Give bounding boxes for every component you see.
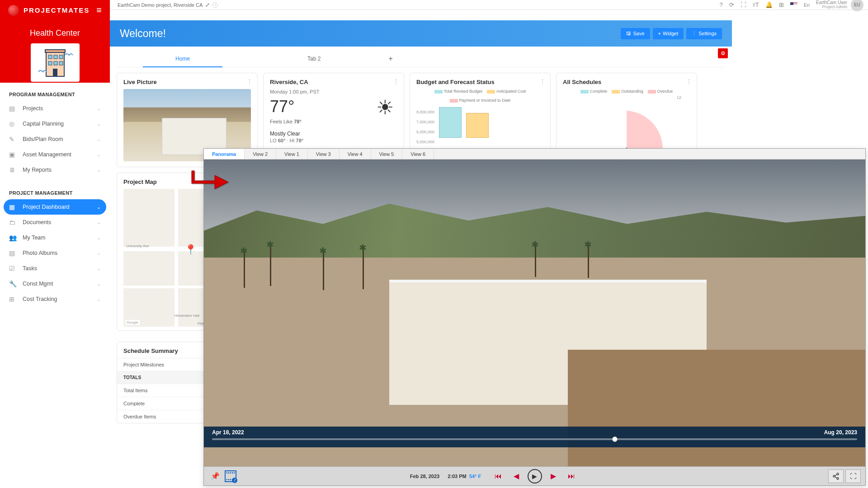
help-icon[interactable]: ? bbox=[719, 1, 722, 8]
film-count-badge: 7 bbox=[232, 478, 237, 483]
chevron-down-icon: ⌄ bbox=[97, 106, 101, 112]
health-center-card: Health Center bbox=[0, 20, 110, 83]
share-icon[interactable] bbox=[828, 469, 844, 483]
breadcrumb-info-icon[interactable]: i bbox=[212, 2, 218, 8]
svg-point-12 bbox=[837, 478, 839, 479]
filmstrip-icon[interactable]: 7 bbox=[225, 470, 236, 482]
pin-icon[interactable]: 📌 bbox=[208, 469, 222, 483]
sidebar-item-icon: 🗎 bbox=[9, 166, 18, 174]
grid-icon[interactable]: ⊞ bbox=[779, 1, 784, 8]
chevron-down-icon: ⌄ bbox=[97, 121, 101, 127]
bar-revised-budget bbox=[439, 107, 462, 138]
logo-icon bbox=[8, 5, 19, 16]
notifications-icon[interactable]: 🔔 bbox=[765, 1, 773, 8]
timeline-thumb[interactable] bbox=[612, 436, 618, 442]
widget-title: Live Picture bbox=[123, 79, 251, 85]
sidebar: PROGRAM MANAGEMENT ▤Projects⌄◎Capital Pl… bbox=[0, 83, 110, 307]
sidebar-item-bids-plan-room[interactable]: ✎Bids/Plan Room⌄ bbox=[0, 131, 110, 147]
bar-anticipated-cost bbox=[466, 113, 489, 138]
fast-forward-icon[interactable]: ⏭ bbox=[565, 469, 578, 483]
text-size-icon[interactable]: тT bbox=[753, 1, 759, 8]
tab-add[interactable]: + bbox=[379, 50, 401, 67]
app-logo-bar: PROJECTMATES ≡ bbox=[0, 0, 110, 20]
camera-tab-view-6[interactable]: View 6 bbox=[402, 149, 434, 159]
sidebar-item-label: My Team bbox=[23, 235, 45, 241]
user-menu[interactable]: EarthCam User Project Admin EU bbox=[816, 0, 863, 11]
sidebar-item-my-reports[interactable]: 🗎My Reports⌄ bbox=[0, 162, 110, 178]
language-label[interactable]: En bbox=[804, 2, 810, 8]
timeline-track[interactable] bbox=[212, 438, 857, 440]
rewind-icon[interactable]: ⏮ bbox=[491, 469, 505, 483]
chevron-down-icon: ⌄ bbox=[97, 281, 101, 287]
sidebar-item-project-dashboard[interactable]: ▦Project Dashboard⌄ bbox=[4, 199, 106, 215]
camera-timeline[interactable]: Apr 18, 2022 Aug 20, 2023 bbox=[204, 427, 865, 447]
sidebar-item-label: Const Mgmt bbox=[23, 281, 53, 287]
camera-tab-view-3[interactable]: View 3 bbox=[308, 149, 340, 159]
widget-menu-icon[interactable]: ⋮ bbox=[686, 78, 692, 85]
user-role: Project Admin bbox=[816, 5, 847, 9]
radial-chart bbox=[590, 108, 663, 154]
svg-rect-7 bbox=[53, 69, 57, 76]
sidebar-item-photo-albums[interactable]: ▤Photo Albums⌄ bbox=[0, 245, 110, 261]
legend-item: Complete bbox=[580, 89, 608, 94]
add-widget-button[interactable]: +Widget bbox=[653, 28, 684, 39]
sidebar-item-icon: ⊞ bbox=[9, 296, 18, 303]
sidebar-item-asset-management[interactable]: ▣Asset Management⌄ bbox=[0, 147, 110, 162]
widget-menu-icon[interactable]: ⋮ bbox=[246, 78, 253, 85]
widget-menu-icon[interactable]: ⋮ bbox=[539, 78, 546, 85]
weather-datetime: Monday 1:00 pm, PST bbox=[270, 89, 397, 94]
sidebar-item-documents[interactable]: 🗀Documents⌄ bbox=[0, 215, 110, 230]
chevron-down-icon: ⌄ bbox=[97, 220, 101, 225]
tab-tab2[interactable]: Tab 2 bbox=[249, 50, 379, 67]
step-back-icon[interactable]: ◀ bbox=[509, 469, 523, 483]
settings-dots-icon: ⋮ bbox=[692, 31, 697, 37]
settings-button[interactable]: ⋮Settings bbox=[686, 28, 722, 39]
widget-menu-icon[interactable]: ⋮ bbox=[393, 78, 399, 85]
chart-y-labels: 8,000,0007,000,0006,000,0005,000,000 bbox=[416, 107, 434, 147]
sidebar-item-label: Photo Albums bbox=[23, 250, 57, 256]
sidebar-item-label: Documents bbox=[23, 219, 51, 225]
camera-tab-view-1[interactable]: View 1 bbox=[276, 149, 308, 159]
camera-tab-panorama[interactable]: Panorama bbox=[204, 149, 245, 159]
camera-tab-view-5[interactable]: View 5 bbox=[371, 149, 403, 159]
widget-title: All Schedules bbox=[563, 79, 690, 85]
camera-temp: 54° F bbox=[469, 474, 481, 479]
widget-title: Budget and Forecast Status bbox=[416, 79, 544, 85]
sidebar-item-const-mgmt[interactable]: 🔧Const Mgmt⌄ bbox=[0, 276, 110, 291]
chevron-down-icon: ⌄ bbox=[97, 167, 101, 173]
sidebar-item-capital-planning[interactable]: ◎Capital Planning⌄ bbox=[0, 116, 110, 131]
sidebar-item-label: My Reports bbox=[23, 167, 52, 173]
breadcrumb-expand-icon[interactable]: ⤢ bbox=[205, 2, 210, 8]
fullscreen-icon[interactable]: ⛶ bbox=[845, 469, 861, 483]
page-title: Welcome! bbox=[120, 28, 166, 40]
health-center-title: Health Center bbox=[30, 28, 80, 38]
chart-legend: CompleteOutstandingOverdue bbox=[563, 89, 690, 94]
save-button[interactable]: 🖫Save bbox=[621, 28, 650, 39]
fullscreen-icon[interactable]: ⛶ bbox=[741, 1, 746, 8]
chevron-down-icon: ⌄ bbox=[97, 136, 101, 142]
svg-rect-5 bbox=[54, 61, 57, 65]
camera-tab-view-2[interactable]: View 2 bbox=[245, 149, 276, 159]
step-forward-icon[interactable]: ▶ bbox=[547, 469, 560, 483]
budget-bars bbox=[439, 106, 544, 138]
tab-settings-gear-icon[interactable]: ⚙ bbox=[718, 48, 728, 58]
top-header: EarthCam Demo project, Riverside CA ⤢ i … bbox=[0, 0, 868, 10]
callout-arrow-icon bbox=[190, 167, 231, 196]
tab-home[interactable]: Home bbox=[117, 50, 249, 67]
weather-feels: Feels Like 78° bbox=[270, 119, 397, 124]
camera-tab-view-4[interactable]: View 4 bbox=[340, 149, 371, 159]
sidebar-item-my-team[interactable]: 👥My Team⌄ bbox=[0, 230, 110, 245]
sidebar-item-icon: ▤ bbox=[9, 105, 18, 112]
sidebar-item-label: Cost Tracking bbox=[23, 296, 57, 302]
map-pin-icon[interactable]: 📍 bbox=[184, 244, 197, 256]
camera-image[interactable]: Apr 18, 2022 Aug 20, 2023 bbox=[204, 160, 865, 466]
welcome-bar: Welcome! 🖫Save +Widget ⋮Settings bbox=[110, 20, 732, 47]
breadcrumb[interactable]: EarthCam Demo project, Riverside CA ⤢ i bbox=[118, 2, 218, 8]
timeline-end-date: Aug 20, 2023 bbox=[824, 429, 857, 436]
play-button[interactable]: ▶ bbox=[528, 469, 542, 483]
menu-toggle-icon[interactable]: ≡ bbox=[96, 5, 102, 15]
refresh-icon[interactable]: ⟳ bbox=[729, 1, 734, 8]
sidebar-item-projects[interactable]: ▤Projects⌄ bbox=[0, 101, 110, 116]
sidebar-item-cost-tracking[interactable]: ⊞Cost Tracking⌄ bbox=[0, 291, 110, 307]
sidebar-item-tasks[interactable]: ☑Tasks⌄ bbox=[0, 261, 110, 276]
